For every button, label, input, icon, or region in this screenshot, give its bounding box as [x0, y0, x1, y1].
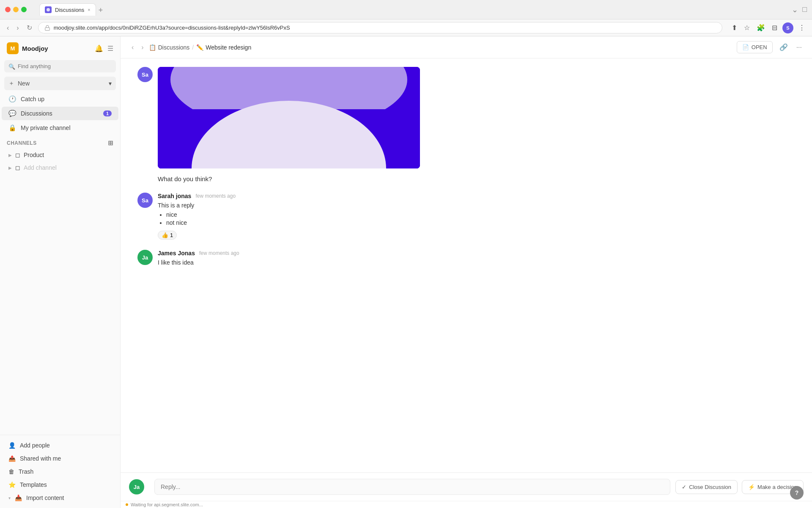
sidebar-item-shared-with-me[interactable]: 📤 Shared with me	[2, 452, 118, 465]
sidebar-item-templates[interactable]: ⭐ Templates	[2, 478, 118, 491]
back-button[interactable]: ‹	[5, 22, 11, 33]
notification-icon[interactable]: 🔔	[95, 44, 103, 52]
sidebar-item-discussions[interactable]: 💬 Discussions 1	[2, 107, 118, 120]
workspace-icon: M	[7, 42, 19, 54]
shared-icon: 📤	[8, 455, 16, 462]
sidebar-item-import[interactable]: ▾ 📥 Import content	[2, 491, 118, 504]
topbar-back-btn[interactable]: ‹	[129, 42, 136, 52]
close-discussion-icon: ✓	[682, 484, 686, 490]
search-input[interactable]	[4, 60, 116, 72]
private-label: My private channel	[21, 124, 71, 131]
shared-label: Shared with me	[20, 455, 61, 462]
more-options-btn[interactable]: ···	[795, 42, 804, 53]
status-dot	[126, 503, 128, 506]
topbar-left: ‹ › 📋 Discussions / ✏️ Website redesign	[129, 42, 251, 52]
new-button[interactable]: ＋ New ▾	[4, 77, 116, 90]
sarah-comment-avatar: Sa	[137, 193, 153, 208]
import-icon: 📥	[15, 494, 22, 501]
add-people-icon: 👤	[8, 442, 16, 449]
sidebar-search: 🔍	[4, 60, 116, 72]
sidebar-item-add-channel[interactable]: ▶ ◻ Add channel	[2, 162, 118, 174]
breadcrumb-discussions[interactable]: 📋 Discussions	[149, 44, 190, 51]
search-icon: 🔍	[8, 63, 15, 69]
sidebar-item-private[interactable]: 🔒 My private channel	[2, 121, 118, 135]
catch-up-label: Catch up	[21, 96, 44, 102]
browser-minimize[interactable]: ⌄	[792, 5, 798, 14]
main-content: ‹ › 📋 Discussions / ✏️ Website redesign …	[121, 36, 812, 508]
dot-red[interactable]	[5, 7, 11, 12]
more-comment-btn[interactable]: ···	[782, 250, 795, 261]
browser-titlebar: Discussions × + ⌄ □	[0, 0, 812, 19]
list-item-nice: nice	[166, 211, 795, 218]
sidebar-browser-btn[interactable]: ⊟	[770, 22, 779, 33]
forward-button[interactable]: ›	[15, 22, 20, 33]
reaction-count: 1	[170, 232, 173, 238]
sidebar-item-catch-up[interactable]: 🕐 Catch up	[2, 92, 118, 106]
product-label: Product	[24, 152, 44, 158]
new-tab-btn[interactable]: +	[96, 5, 106, 16]
add-people-label: Add people	[20, 442, 50, 449]
reply-input-wrapper	[154, 479, 670, 495]
link-icon-btn[interactable]: 🔗	[778, 41, 790, 53]
sarah-comment-header: Sarah jonas few moments ago	[158, 193, 795, 199]
sidebar: M Moodjoy 🔔 ☰ 🔍 ＋ New ▾ 🕐 Catch up 💬	[0, 36, 121, 508]
discussions-badge: 1	[103, 110, 112, 116]
extension-btn[interactable]: 🧩	[755, 22, 767, 33]
bookmark-btn[interactable]: ☆	[742, 22, 752, 33]
app: M Moodjoy 🔔 ☰ 🔍 ＋ New ▾ 🕐 Catch up 💬	[0, 36, 812, 508]
url-text: moodjoy.slite.com/app/docs/0niDiRZGErhU3…	[54, 25, 290, 31]
tab-close-btn[interactable]: ×	[88, 7, 90, 12]
topbar: ‹ › 📋 Discussions / ✏️ Website redesign …	[121, 36, 812, 58]
add-reaction-icon: ☺	[753, 252, 759, 259]
sarah-reaction[interactable]: 👍 1	[158, 231, 177, 240]
layout-icon[interactable]: ☰	[107, 44, 113, 52]
breadcrumb-website-redesign[interactable]: ✏️ Website redesign	[196, 44, 251, 51]
browser-user-avatar[interactable]: S	[782, 22, 793, 33]
browser-tab-discussions[interactable]: Discussions ×	[39, 3, 96, 16]
import-expand: ▾	[8, 496, 11, 500]
breadcrumb-discussions-icon: 📋	[149, 44, 156, 51]
refresh-button[interactable]: ↻	[25, 22, 34, 33]
reply-input[interactable]	[154, 479, 670, 495]
svg-rect-1	[45, 28, 49, 30]
trash-label: Trash	[19, 468, 33, 475]
reply-actions: ✓ Close Discussion ⚡ Make a decision	[675, 480, 804, 494]
svg-point-0	[47, 8, 50, 11]
sarah-comment-text: This is a reply	[158, 202, 795, 209]
browser-chrome: Discussions × + ⌄ □ ‹ › ↻ moodjoy.slite.…	[0, 0, 812, 36]
close-discussion-button[interactable]: ✓ Close Discussion	[675, 480, 738, 494]
close-discussion-label: Close Discussion	[689, 484, 731, 490]
sidebar-item-add-people[interactable]: 👤 Add people	[2, 439, 118, 452]
templates-label: Templates	[20, 481, 47, 488]
reply-bar: Ja ✓ Close Discussion ⚡ Make a decision	[121, 472, 812, 501]
browser-maximize[interactable]: □	[802, 5, 807, 14]
sidebar-item-trash[interactable]: 🗑 Trash	[2, 465, 118, 478]
discussions-label: Discussions	[21, 110, 52, 117]
list-item-not-nice: not nice	[166, 219, 795, 226]
workspace-name[interactable]: M Moodjoy	[7, 42, 48, 54]
dot-green[interactable]	[21, 7, 27, 12]
browser-menu-btn[interactable]: ⋮	[797, 22, 807, 33]
open-button[interactable]: 📄 OPEN	[737, 41, 773, 53]
emoji-btn[interactable]: 🔄	[765, 250, 780, 261]
channels-label: Channels	[7, 140, 37, 146]
sidebar-item-product[interactable]: ▶ ◻ Product	[2, 149, 118, 161]
trash-icon: 🗑	[8, 468, 14, 475]
address-bar[interactable]: moodjoy.slite.com/app/docs/0niDiRZGErhU3…	[38, 22, 722, 33]
dot-yellow[interactable]	[13, 7, 19, 12]
catch-up-icon: 🕐	[8, 95, 16, 103]
add-channel-expand-icon: ▶	[8, 166, 12, 170]
add-channel-icon: ◻	[15, 164, 20, 171]
comment-sarah: Sa Sarah jonas few moments ago This is a…	[137, 193, 795, 240]
browser-tabs-row: Discussions × +	[34, 3, 788, 16]
james-comment-header: James Jonas few moments ago	[158, 250, 795, 257]
share-browser-btn[interactable]: ⬆	[730, 22, 739, 33]
sidebar-header: M Moodjoy 🔔 ☰	[0, 36, 120, 60]
james-comment-avatar: Ja	[137, 250, 153, 265]
templates-icon: ⭐	[8, 481, 16, 488]
add-reaction-btn[interactable]: ☺	[749, 250, 763, 261]
james-time: few moments ago	[199, 250, 239, 256]
topbar-forward-btn[interactable]: ›	[139, 42, 146, 52]
help-button[interactable]: ?	[790, 486, 804, 500]
channels-add-icon[interactable]: ⊞	[108, 139, 114, 147]
